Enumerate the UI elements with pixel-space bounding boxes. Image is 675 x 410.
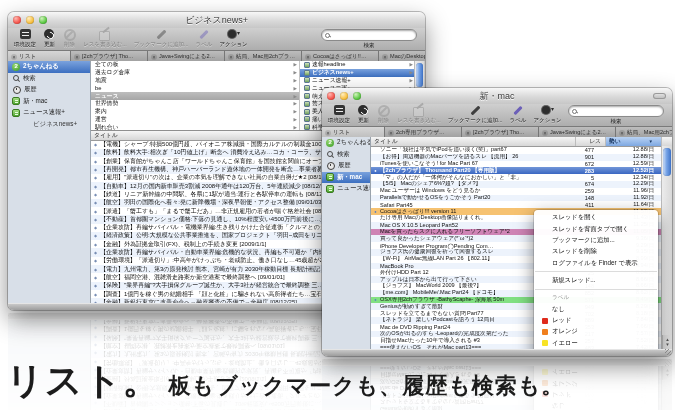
toolbar-button[interactable]: 環境設定 [14,29,36,48]
scrollbar-thumb[interactable] [663,148,671,176]
sidebar-item[interactable]: 履歴 [8,84,90,96]
tab-close-icon[interactable]: × [325,130,331,136]
category-label: 運営 [95,116,107,124]
tab-close-icon[interactable]: × [74,54,80,60]
sidebar-item[interactable]: ニュース速報+ [8,107,90,119]
thread-title: Mac ユーザーは Windows をどう見るか [380,188,564,195]
search-field[interactable] [321,29,417,41]
toolbar-button[interactable]: ラベル [196,29,213,48]
menu-item[interactable]: オレンジ [534,326,658,337]
toolbar-button[interactable]: アクション [219,29,247,48]
toolbar-button[interactable]: アクション [533,105,561,124]
thread-row[interactable]: Safari Part45 411 11.64/日 [371,201,662,208]
toolbar-button[interactable]: レスを書き込む... [83,29,127,48]
thread-ikioi: 11.64/日 [598,201,662,208]
tab-close-icon[interactable]: × [388,130,394,136]
back-titlebar[interactable]: ビジネスnews+ [8,12,425,28]
thread-row[interactable]: Parallelsで動かせるOSをうごかそう Part20 148 11.92/… [371,195,662,202]
resize-grip[interactable] [665,349,671,355]
sidebar-item-icon [326,173,334,181]
sidebar-item[interactable]: 2ちゃんねる [8,61,90,73]
menu-item[interactable]: レッド [534,315,658,326]
tab-close-icon[interactable]: × [305,54,311,60]
menu-item[interactable]: スレッドを背面タブで開く [534,223,658,234]
menu-item-label: スレッドを削除 [552,247,597,256]
sidebar-item[interactable]: 2ちゃんねる [322,137,370,149]
tab-label: 結局、Mac用2chブラ… [627,129,672,137]
menu-item[interactable]: ブックマークに追加... [534,235,658,246]
toolbar-button[interactable]: ブックマークに追加... [134,29,189,48]
tab-close-icon[interactable]: × [151,54,157,60]
category-row[interactable]: 過去ログ倉庫 ▶ [91,69,299,77]
toolbar-button[interactable]: 削除 [63,29,76,48]
toolbar-toggle-capsule[interactable] [653,93,666,99]
menu-item[interactable]: スレッドを開く [534,212,658,223]
thread-row[interactable]: 【お得】周辺機器のMacパーツを語るスレ 【流用】 26 901 12.88/日 [371,154,662,161]
scrollbar-arrows[interactable]: ▲▼ [662,335,672,349]
tab-close-icon[interactable]: × [619,130,625,136]
sidebar-item[interactable]: 新・mac [8,96,90,108]
toolbar-button[interactable]: レスを書き込む... [397,105,441,124]
menu-item[interactable]: なし [534,303,658,314]
label-color-swatch [542,260,548,266]
scrollbar-thumb[interactable] [416,63,423,87]
menu-item[interactable] [535,271,657,272]
toolbar-button[interactable]: 環境設定 [328,105,350,124]
thread-row[interactable]: 【5/5】 Macのシェア6%?超? 【ダメ?】 674 12.29/日 [371,181,662,188]
tab-close-icon[interactable]: × [228,54,234,60]
toolbar-button[interactable]: 更新 [43,29,56,48]
category-row[interactable]: ニュース ▶ [91,92,299,100]
board-row[interactable]: ビジネスnews+ ▶ [300,69,415,77]
front-titlebar[interactable]: 新・mac [322,88,672,104]
thread-row[interactable]: Mac ユーザーは Windows をどう見るか 259 11.96/日 [371,188,662,195]
sidebar-item[interactable]: ニュース速報+ [322,183,370,195]
board-row[interactable]: ニュース速報+ ▶ [300,77,415,85]
search-field[interactable] [568,105,664,117]
menu-item[interactable]: ログファイルを Finder で表示 [534,258,658,269]
menu-item[interactable]: ラベル [534,292,658,303]
category-row[interactable]: 世界情勢 ▶ [91,100,299,108]
thread-row[interactable]: ソニー「我社は平気でiPodを追い抜く(笑)」part67 477 12.88/… [371,147,662,154]
thread-row[interactable]: ● 【2chブラウザ】 Thousand Part20 【専用版】 283 12… [371,167,662,174]
board-icon [304,62,310,68]
menu-item[interactable]: 新規スレッド... [534,275,658,286]
tab-close-icon[interactable]: × [11,54,17,60]
menu-item[interactable]: スレッドを削除 [534,246,658,257]
search-input[interactable] [579,108,649,114]
thread-row[interactable]: iTunesを使いこなそう! for Mac Part 67 672 12.59… [371,161,662,168]
category-row[interactable]: 地震 ▶ [91,77,299,85]
category-row[interactable]: 案内 ▶ [91,108,299,116]
toolbar-button[interactable]: ラベル [510,105,527,124]
column-header-title[interactable]: タイトル [91,131,325,140]
tab-close-icon[interactable]: × [465,130,471,136]
thread-status-icon: ◆ [91,150,100,155]
category-row[interactable]: 全ての板 ▶ [91,61,299,69]
column-header-res[interactable]: レス [576,137,606,146]
label-color-swatch [542,329,548,335]
toolbar-icon [63,29,76,40]
sidebar-item[interactable]: ビジネスnews+ [8,119,90,131]
thread-status-icon: ◆ [91,267,100,272]
sidebar-item-label: 履歴 [338,161,351,170]
thread-res-count: 411 [564,202,598,208]
menu-item[interactable]: イエロー [534,338,658,349]
toolbar-button[interactable]: 更新 [357,105,370,124]
menu-item[interactable] [535,289,657,290]
toolbar-button[interactable]: 削除 [377,105,390,124]
category-row[interactable]: 運営 ▶ [91,116,299,124]
sidebar-item[interactable]: 履歴 [322,160,370,172]
board-row[interactable]: 速報headline ▶ [300,61,415,69]
tab-close-icon[interactable]: × [382,54,388,60]
category-row[interactable]: be ▶ [91,84,299,92]
table-scrollbar[interactable] [661,146,672,349]
column-header-title[interactable]: タイトル [371,137,576,146]
column-header-ikioi[interactable]: 勢い ▼ [606,137,662,146]
tab-close-icon[interactable]: × [542,130,548,136]
sidebar-item[interactable]: 新・mac [322,172,370,184]
toolbar-button[interactable]: ブックマークに追加... [448,105,503,124]
category-row[interactable]: 馴れ合い ▶ [91,123,299,129]
sidebar-item[interactable]: 検索 [322,149,370,161]
thread-row[interactable]: 「マ」の人だが「一体何がそんなにおかしい」と「非」 5 12.34/日 [371,174,662,181]
sidebar-item[interactable]: 検索 [8,73,90,85]
search-input[interactable] [332,32,402,38]
